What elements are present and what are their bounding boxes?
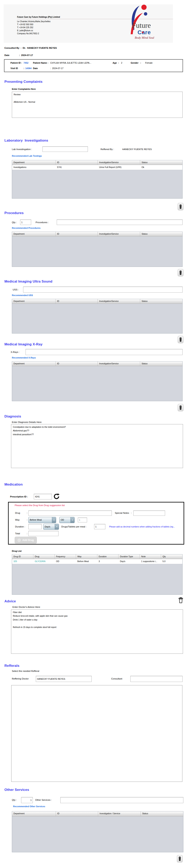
company-phone-1: T: +24 82 593 593 (17, 23, 33, 26)
delete-other-services-button[interactable] (177, 855, 183, 862)
uss-table-header: Department ID Investigation/Service Stat… (12, 299, 182, 304)
advice-label: Enter Doctor's Advice Here (12, 606, 40, 608)
svg-text:Care: Care (138, 29, 151, 35)
prescription-id-label: Prescription ID : (10, 495, 28, 498)
decimal-note: Please add as decimal numbers when addin… (109, 525, 183, 528)
way-label: Way (15, 519, 20, 521)
drug-label: Drug (15, 512, 20, 514)
recommended-other-link: Recommended Other Services (13, 805, 45, 808)
referring-doctor-label: Reffering Doctor (12, 678, 29, 680)
trash-icon (179, 204, 182, 209)
per-meal-label: Drugs/Tablets per meal : (61, 525, 86, 528)
duration-label: Duration : (15, 525, 25, 528)
chevron-down-icon: ▼ (52, 517, 56, 523)
consult-date-line: Date : 2024-07-17 (4, 54, 33, 56)
diagnosis-title: Diagnosis (4, 414, 21, 418)
frequency-select[interactable]: OD ▼ (59, 517, 75, 523)
chevron-down-icon: ▼ (55, 524, 59, 529)
referrals-label: Select the needed Refferal (12, 670, 39, 672)
xray-input-label: X-Rays : (11, 351, 20, 353)
refresh-icon (53, 493, 60, 500)
consulted-by-line: Consulted By : Dr. HANECKY FUENTE REYES (4, 47, 57, 49)
uss-input[interactable] (23, 286, 183, 292)
duration-unit-select[interactable]: Day/s ▼ (43, 524, 59, 530)
consultant-input[interactable] (130, 676, 183, 682)
company-phone-2: T: +24 84 225 252 (17, 26, 33, 29)
special-notes-input[interactable] (133, 510, 165, 516)
age-label: Age : (113, 62, 119, 64)
procedures-input[interactable] (57, 219, 183, 225)
delete-xray-button[interactable] (178, 404, 183, 411)
other-qty-input[interactable] (21, 797, 33, 803)
complaints-textarea[interactable]: Review ABdomen US - Normal (12, 92, 183, 118)
gender-value: Female (145, 62, 153, 64)
col-status: Status (140, 160, 182, 165)
procedures-qty-input[interactable] (20, 219, 31, 225)
other-services-input[interactable] (60, 797, 183, 803)
delete-lab-button[interactable] (178, 203, 183, 210)
duration-input[interactable] (28, 524, 42, 529)
other-input-label: Other Services : (35, 799, 52, 801)
consultation-page: Future Care by Future Holdings (Pty) Lim… (0, 0, 187, 868)
recommended-uss-link: Recommended USS (12, 294, 33, 297)
referrals-title: Refferals (4, 664, 20, 668)
consultant-label: Consultant (111, 678, 122, 680)
advice-textarea[interactable]: Fiber diet Reduce broccoli intake, with … (11, 610, 183, 654)
xray-input[interactable] (26, 349, 183, 355)
total-input[interactable] (28, 531, 59, 536)
other-services-table: Department ID Investigation / Service St… (12, 811, 183, 852)
drug-colon: : (27, 512, 27, 514)
trash-icon (178, 856, 181, 861)
referring-doctor-input[interactable] (36, 676, 92, 682)
total-label: Total (15, 532, 20, 535)
complaints-label: Enter Complaints Here (12, 88, 36, 90)
patient-name-label: Patient Name : (33, 62, 48, 64)
logo-swoosh-icon: Future Care ♥ Body Mind Soul (120, 4, 160, 44)
diagnosis-textarea[interactable]: Constipation due to adaptation to the to… (11, 424, 183, 468)
delete-procedures-button[interactable] (178, 269, 183, 276)
lab-table: Department ID Investigation/Service Stat… (12, 160, 183, 198)
special-notes-label: Special Notes (115, 512, 129, 514)
trash-icon (179, 405, 182, 410)
recommended-lab-link: Recommended Lab Testings (12, 155, 42, 157)
presenting-complaints-title: Presenting Complaints (4, 80, 42, 84)
company-number: Company No.8417652-2 (17, 32, 39, 35)
drug-row[interactable]: 325 GLYCERIN OD Before Meal 3 Day/s 1 su… (12, 559, 182, 564)
table-row[interactable]: Investigations 5741 Urine Full Report (U… (12, 165, 182, 170)
diagnosis-label: Enter Diagnosis Details Here (12, 421, 42, 423)
trash-outline-icon (178, 597, 183, 603)
way-select[interactable]: Before Meal ▼ (28, 517, 56, 523)
chevron-down-icon: ▼ (70, 517, 74, 523)
lab-table-header: Department ID Investigation/Service Stat… (12, 160, 182, 165)
delete-advice-button[interactable] (177, 596, 184, 604)
special-notes-colon: : (131, 512, 132, 514)
heart-icon: ♥ (142, 31, 144, 34)
col-id: ID (56, 160, 98, 165)
prescription-id-input[interactable] (34, 494, 52, 499)
way-colon: : (27, 519, 27, 521)
referred-by-label: Reffered By : (101, 148, 114, 150)
visit-date-value: : 2024-07-17 (50, 67, 63, 69)
refresh-prescription-button[interactable] (53, 493, 60, 500)
uss-title: Medical Imaging Ultra Sound (4, 280, 52, 284)
visit-date-label: Date (33, 67, 38, 69)
drug-input[interactable] (28, 510, 112, 516)
col-investigation: Investigation/Service (98, 160, 140, 165)
lab-investigation-input[interactable] (42, 147, 88, 152)
other-table-header: Department ID Investigation / Service St… (12, 811, 183, 816)
total-colon: : (27, 532, 27, 535)
trash-icon (179, 337, 182, 342)
xray-table-header: Department ID Investigation/Service Stat… (12, 362, 182, 366)
patient-id-value: 7452 (24, 62, 28, 64)
referral-list-box[interactable] (11, 685, 182, 782)
procedures-table: Department ID Investigation/Service Stat… (12, 231, 183, 267)
procedures-title: Procedures (4, 211, 24, 215)
company-title: Future Care by Future Holdings (Pty) Lim… (17, 16, 60, 18)
xray-table: Department ID Investigation/Service Stat… (12, 361, 183, 401)
svg-text:Future: Future (132, 21, 151, 29)
per-meal-input[interactable] (94, 524, 105, 529)
other-services-title: Other Services (4, 788, 29, 792)
delete-uss-button[interactable] (178, 336, 183, 343)
frequency-extra-input (78, 518, 87, 522)
add-drug-button[interactable]: Add Drug (15, 537, 37, 544)
